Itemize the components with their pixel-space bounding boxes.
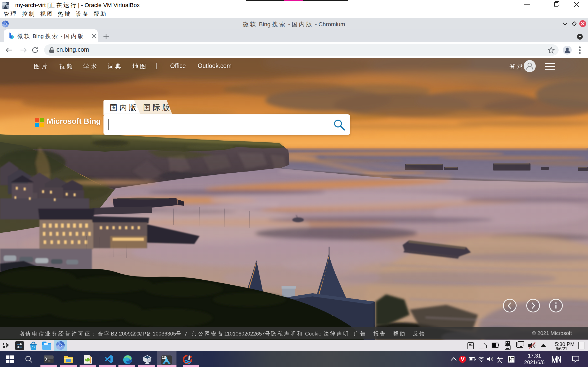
svg-text:64: 64: [162, 356, 166, 359]
svg-text:64: 64: [6, 3, 9, 5]
